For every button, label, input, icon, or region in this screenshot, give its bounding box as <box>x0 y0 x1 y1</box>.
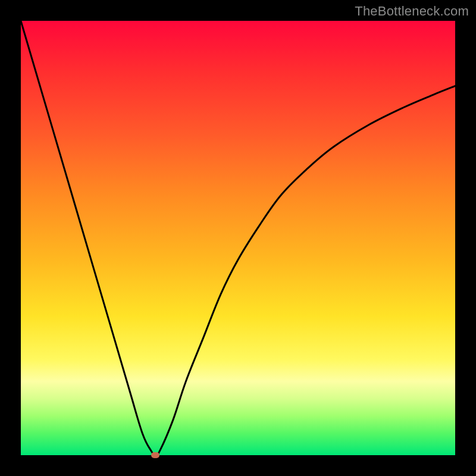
chart-frame: TheBottleneck.com <box>0 0 476 476</box>
watermark-text: TheBottleneck.com <box>355 4 469 19</box>
bottleneck-curve <box>21 21 455 455</box>
curve-svg <box>21 21 455 455</box>
plot-area <box>21 21 455 455</box>
minimum-marker <box>151 452 159 458</box>
